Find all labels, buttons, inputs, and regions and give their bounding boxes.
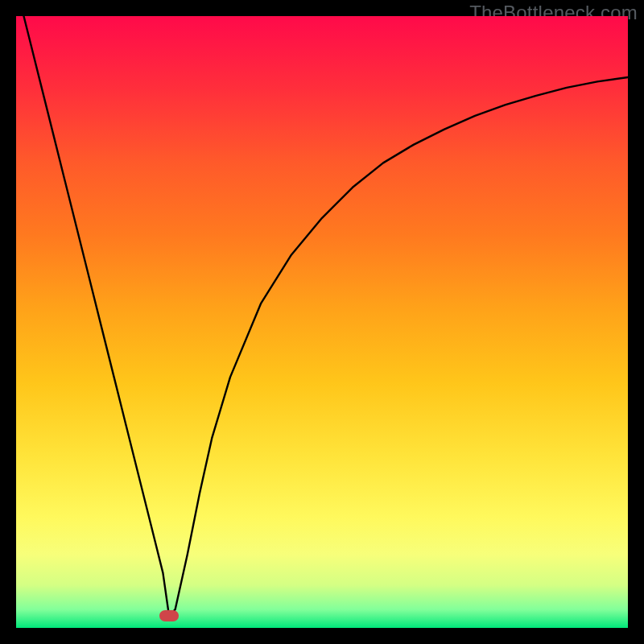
plot-area [16,16,628,628]
curve-svg [16,16,628,628]
bottleneck-curve [16,16,628,616]
chart-frame: TheBottleneck.com [0,0,644,644]
optimal-point-marker [159,610,179,621]
